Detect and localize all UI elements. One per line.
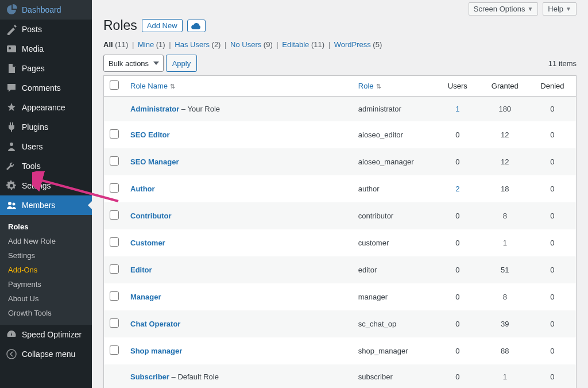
role-name-link[interactable]: Administrator [130,105,179,113]
submenu-item-growth-tools[interactable]: Growth Tools [0,306,92,320]
users-count: 0 [434,337,481,364]
page-title-row: Roles Add New [103,18,577,33]
filter-count: (5) [371,40,382,49]
dashboard-icon [6,4,17,16]
table-row: Customercustomer010 [104,229,577,256]
submenu-item-payments[interactable]: Payments [0,277,92,291]
table-row: Subscriber – Default Rolesubscriber010 [104,364,577,388]
role-name-link[interactable]: Chat Operator [130,320,180,328]
filter-separator: | [165,40,175,49]
cloud-icon [191,22,202,30]
users-icon [6,141,17,152]
granted-count: 12 [481,121,529,148]
sidebar-item-users[interactable]: Users [0,137,92,156]
submenu-item-about-us[interactable]: About Us [0,291,92,306]
row-checkbox[interactable] [110,318,119,328]
help-button[interactable]: Help ▼ [543,2,577,16]
submenu-item-add-ons[interactable]: Add-Ons [0,263,92,277]
submenu-item-settings[interactable]: Settings [0,248,92,263]
table-row: Authorauthor2180 [104,175,577,202]
col-header-role[interactable]: Role⇅ [353,76,434,97]
apply-button[interactable]: Apply [166,55,198,72]
role-name-link[interactable]: Customer [130,239,165,247]
sort-icon: ⇅ [376,83,381,90]
col-header-granted: Granted [481,76,529,97]
filter-all[interactable]: All [103,40,113,49]
granted-count: 1 [481,364,529,388]
filter-separator: | [128,40,138,49]
sidebar-item-members[interactable]: Members [0,195,92,215]
sidebar-item-comments[interactable]: Comments [0,78,92,98]
role-slug: aioseo_manager [353,148,434,175]
sidebar-item-pages[interactable]: Pages [0,59,92,78]
sort-icon: ⇅ [170,83,175,90]
col-header-users: Users [434,76,481,97]
sidebar-submenu: RolesAdd New RoleSettingsAdd-OnsPayments… [0,215,92,325]
sidebar-item-speed-optimizer[interactable]: Speed Optimizer [0,325,92,344]
role-name-link[interactable]: Editor [130,266,152,274]
users-count-link[interactable]: 2 [455,185,459,193]
filter-editable[interactable]: Editable [282,40,309,49]
role-slug: author [353,175,434,202]
users-count-link[interactable]: 1 [455,105,459,113]
row-checkbox[interactable] [110,264,119,274]
row-checkbox[interactable] [110,156,119,166]
row-checkbox[interactable] [110,210,119,220]
role-name-link[interactable]: SEO Editor [130,130,170,139]
filter-has-users[interactable]: Has Users [175,40,210,49]
role-name-link[interactable]: Shop manager [130,347,182,355]
sidebar-item-tools[interactable]: Tools [0,156,92,176]
submenu-item-roles[interactable]: Roles [0,220,92,234]
screen-options-button[interactable]: Screen Options ▼ [469,2,539,16]
cloud-button[interactable] [187,20,206,32]
row-checkbox[interactable] [110,345,119,355]
admin-sidebar: DashboardPostsMediaPagesCommentsAppearan… [0,0,92,388]
role-slug: sc_chat_op [353,310,434,337]
role-suffix: – Default Role [169,372,219,381]
submenu-item-add-new-role[interactable]: Add New Role [0,234,92,248]
sidebar-item-label: Speed Optimizer [22,330,82,339]
col-header-role-name[interactable]: Role Name⇅ [125,76,353,97]
select-all-checkbox[interactable] [110,80,119,90]
row-checkbox[interactable] [110,237,119,247]
denied-count: 0 [529,283,577,310]
users-count: 0 [434,121,481,148]
role-name-link[interactable]: Contributor [130,212,171,220]
table-row: Managermanager080 [104,283,577,310]
users-count: 0 [434,310,481,337]
row-checkbox[interactable] [110,291,119,301]
role-name-link[interactable]: Subscriber [130,372,169,381]
sidebar-item-posts[interactable]: Posts [0,20,92,39]
sidebar-item-label: Dashboard [22,5,61,14]
sidebar-item-label: Members [22,201,55,210]
granted-count: 8 [481,202,529,229]
collapse-icon [6,348,17,360]
filter-mine[interactable]: Mine [138,40,154,49]
add-new-button[interactable]: Add New [142,19,183,32]
role-slug: manager [353,283,434,310]
granted-count: 180 [481,97,529,122]
granted-count: 51 [481,256,529,283]
posts-icon [6,24,17,35]
settings-icon [6,180,17,191]
sidebar-item-collapse-menu[interactable]: Collapse menu [0,344,92,364]
table-row: SEO Manageraioseo_manager0120 [104,148,577,175]
role-name-link[interactable]: Author [130,185,155,193]
bulk-actions-select[interactable]: Bulk actions [103,55,164,72]
row-checkbox[interactable] [110,183,119,193]
filter-no-users[interactable]: No Users [230,40,261,49]
sidebar-item-settings[interactable]: Settings [0,176,92,195]
denied-count: 0 [529,97,577,122]
table-row: Chat Operatorsc_chat_op0390 [104,310,577,337]
role-name-link[interactable]: SEO Manager [130,157,179,166]
sidebar-item-appearance[interactable]: Appearance [0,98,92,117]
role-name-link[interactable]: Manager [130,293,161,301]
sidebar-item-media[interactable]: Media [0,39,92,59]
filter-wordpress[interactable]: WordPress [334,40,371,49]
plugins-icon [6,121,17,133]
col-header-denied: Denied [529,76,577,97]
row-checkbox[interactable] [110,129,119,139]
sidebar-item-plugins[interactable]: Plugins [0,117,92,137]
tools-icon [6,160,17,172]
sidebar-item-dashboard[interactable]: Dashboard [0,0,92,20]
